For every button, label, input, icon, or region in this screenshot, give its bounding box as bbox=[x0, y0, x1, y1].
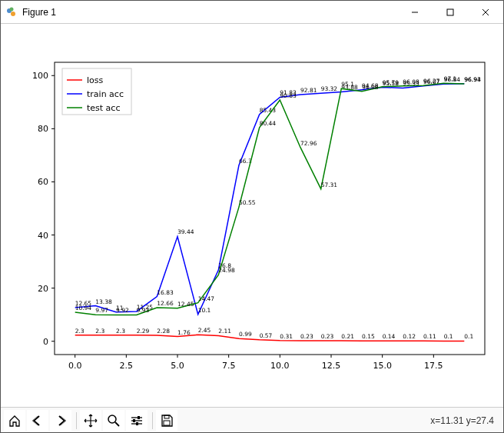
value-label: 97.1 bbox=[444, 75, 457, 82]
toolbar-separator bbox=[152, 412, 153, 429]
value-label: 1.76 bbox=[177, 329, 191, 336]
figure-canvas[interactable]: 0.02.55.07.510.012.515.017.5020406080100… bbox=[1, 24, 503, 407]
value-label: 0.23 bbox=[321, 333, 334, 340]
window-title: Figure 1 bbox=[22, 7, 56, 18]
svg-point-1 bbox=[11, 12, 15, 16]
svg-point-2 bbox=[10, 7, 14, 11]
value-label: 72.96 bbox=[300, 140, 317, 147]
value-label: 0.11 bbox=[423, 333, 436, 340]
app-icon bbox=[5, 6, 18, 18]
value-label: 2.3 bbox=[75, 328, 85, 335]
back-button[interactable] bbox=[27, 410, 48, 431]
svg-rect-4 bbox=[447, 9, 453, 15]
y-tick-label: 80 bbox=[38, 124, 48, 134]
x-tick-label: 17.5 bbox=[424, 361, 443, 371]
value-label: 0.1 bbox=[444, 333, 453, 340]
toolbar-separator bbox=[76, 412, 77, 429]
forward-arrow-icon bbox=[54, 414, 68, 428]
y-tick-label: 40 bbox=[38, 231, 48, 241]
value-label: 0.57 bbox=[260, 332, 273, 339]
x-tick-label: 7.5 bbox=[222, 361, 236, 371]
save-button[interactable] bbox=[156, 410, 177, 431]
value-label: 90.83 bbox=[280, 92, 297, 99]
plot-svg: 0.02.55.07.510.012.515.017.5020406080100… bbox=[1, 24, 503, 407]
value-label: 0.12 bbox=[403, 333, 416, 340]
pan-icon bbox=[84, 414, 98, 428]
value-label: 0.21 bbox=[341, 333, 354, 340]
value-label: 16.83 bbox=[157, 289, 174, 296]
pan-button[interactable] bbox=[80, 410, 101, 431]
value-label: 92.81 bbox=[300, 87, 317, 94]
value-label: 57.31 bbox=[321, 182, 338, 188]
value-label: 9.93 bbox=[137, 307, 150, 314]
y-tick-label: 60 bbox=[38, 177, 48, 187]
value-label: 10.94 bbox=[75, 305, 92, 311]
value-label: 96.27 bbox=[423, 78, 440, 85]
x-tick-label: 12.5 bbox=[322, 361, 341, 371]
legend-label: train acc bbox=[87, 89, 124, 99]
legend-label: test acc bbox=[87, 103, 120, 113]
value-label: 39.44 bbox=[177, 228, 194, 235]
value-label: 24.98 bbox=[218, 267, 235, 274]
nav-toolbar: x=11.31 y=27.4 bbox=[1, 407, 503, 433]
svg-rect-25 bbox=[138, 416, 140, 419]
value-label: 10.1 bbox=[198, 307, 211, 314]
x-tick-label: 2.5 bbox=[120, 361, 134, 371]
value-label: 13.38 bbox=[95, 298, 112, 305]
value-label: 0.14 bbox=[383, 333, 396, 340]
value-label: 2.28 bbox=[157, 328, 170, 335]
value-label: 96.93 bbox=[464, 76, 481, 83]
value-label: 2.3 bbox=[116, 328, 125, 335]
value-label: 12.45 bbox=[177, 301, 194, 308]
value-label: 93.32 bbox=[321, 85, 338, 92]
maximize-button[interactable] bbox=[433, 1, 468, 24]
back-arrow-icon bbox=[31, 414, 45, 428]
zoom-button[interactable] bbox=[103, 410, 124, 431]
value-label: 2.11 bbox=[218, 328, 231, 335]
value-label: 14.47 bbox=[198, 295, 215, 302]
svg-rect-31 bbox=[164, 421, 170, 425]
value-label: 0.31 bbox=[280, 333, 293, 340]
sliders-icon bbox=[130, 414, 144, 428]
series-line-train-acc bbox=[75, 84, 465, 315]
value-label: 50.55 bbox=[239, 199, 256, 206]
value-label: 9.92 bbox=[116, 307, 129, 314]
svg-point-22 bbox=[108, 415, 116, 423]
value-label: 95.79 bbox=[383, 79, 400, 86]
value-label: 12.66 bbox=[157, 300, 174, 307]
value-label: 0.23 bbox=[300, 333, 313, 340]
forward-button[interactable] bbox=[50, 410, 71, 431]
x-tick-label: 10.0 bbox=[270, 361, 290, 371]
series-line-test-acc bbox=[75, 83, 465, 315]
value-label: 94.08 bbox=[362, 84, 379, 91]
zoom-icon bbox=[107, 414, 121, 428]
y-tick-label: 0 bbox=[43, 337, 48, 347]
x-tick-label: 15.0 bbox=[373, 361, 392, 371]
home-button[interactable] bbox=[4, 410, 25, 431]
window-titlebar: Figure 1 bbox=[1, 1, 503, 24]
value-label: 2.45 bbox=[198, 327, 211, 334]
cursor-coordinates: x=11.31 y=27.4 bbox=[430, 415, 500, 426]
save-icon bbox=[160, 414, 174, 428]
svg-line-23 bbox=[115, 422, 119, 426]
home-icon bbox=[8, 414, 22, 428]
value-label: 2.3 bbox=[95, 328, 104, 335]
value-label: 80.44 bbox=[260, 120, 277, 127]
configure-button[interactable] bbox=[126, 410, 148, 431]
value-label: 2.29 bbox=[137, 328, 150, 335]
minimize-button[interactable] bbox=[397, 1, 433, 24]
legend-label: loss bbox=[87, 75, 104, 85]
svg-rect-29 bbox=[136, 422, 138, 425]
value-label: 0.1 bbox=[464, 333, 473, 340]
close-button[interactable] bbox=[468, 1, 503, 24]
value-label: 9.97 bbox=[95, 307, 108, 314]
value-label: 96.08 bbox=[403, 78, 419, 85]
value-label: 0.15 bbox=[362, 333, 375, 340]
x-tick-label: 0.0 bbox=[68, 361, 82, 371]
x-tick-label: 5.0 bbox=[171, 361, 184, 371]
y-tick-label: 20 bbox=[38, 284, 48, 294]
value-label: 0.99 bbox=[239, 331, 252, 338]
y-tick-label: 100 bbox=[32, 71, 48, 81]
svg-rect-27 bbox=[133, 419, 135, 422]
value-label: 95.1 bbox=[341, 81, 354, 88]
